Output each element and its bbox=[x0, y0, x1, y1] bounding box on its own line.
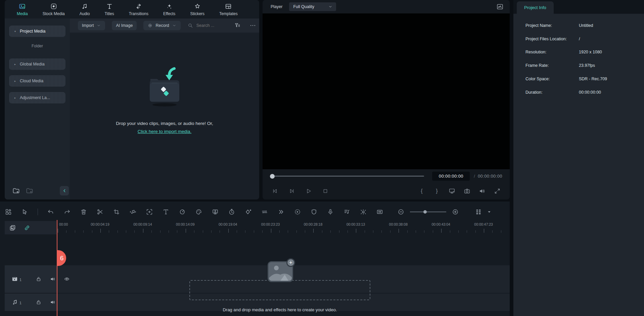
mark-out-icon[interactable]: } bbox=[433, 187, 441, 195]
keyframe-icon[interactable] bbox=[244, 208, 252, 216]
palette-icon[interactable] bbox=[195, 208, 202, 216]
monitor-icon[interactable] bbox=[448, 187, 456, 195]
ruler-label: 00:00:43:04 bbox=[431, 222, 450, 226]
timeline-ruler[interactable]: 00:0000:00:04:1900:00:09:1400:00:14:0900… bbox=[56, 220, 510, 233]
ruler-tick bbox=[416, 230, 416, 233]
sidebar-item-adjustment-la-[interactable]: ▸Adjustment La... bbox=[9, 92, 65, 103]
beat-icon[interactable] bbox=[343, 208, 351, 216]
speaker-icon[interactable] bbox=[50, 299, 56, 305]
collapse-sidebar-button[interactable] bbox=[60, 186, 69, 195]
timeline-zoom-slider[interactable] bbox=[410, 212, 446, 212]
tab-audio[interactable]: Audio bbox=[80, 3, 90, 16]
import-media-link[interactable]: Click here to import media. bbox=[138, 129, 192, 134]
search-input[interactable] bbox=[196, 23, 223, 28]
quality-select[interactable]: Full Quality bbox=[289, 2, 336, 11]
layout-grid-icon[interactable] bbox=[5, 208, 12, 216]
ruler-tick bbox=[194, 230, 194, 233]
shield-icon[interactable] bbox=[310, 208, 318, 216]
lock-open-icon[interactable] bbox=[36, 276, 42, 282]
speaker-icon[interactable] bbox=[478, 187, 486, 195]
ruler-tick bbox=[92, 230, 92, 233]
copy-plus-icon[interactable] bbox=[9, 224, 16, 231]
adjust-icon[interactable] bbox=[261, 208, 268, 216]
undo-icon[interactable] bbox=[47, 208, 54, 216]
sidebar-item-project-media[interactable]: ▾ Project Media bbox=[9, 26, 65, 37]
info-value: 23.97fps bbox=[579, 63, 636, 70]
focus-add-icon[interactable] bbox=[146, 208, 153, 216]
tab-transitions[interactable]: Transitions bbox=[129, 3, 148, 16]
chroma-icon[interactable] bbox=[212, 208, 219, 216]
add-folder-button[interactable] bbox=[12, 187, 20, 195]
sidebar-item-label: Project Media bbox=[20, 29, 45, 34]
zoom-in-icon[interactable] bbox=[452, 208, 459, 216]
delete-icon[interactable] bbox=[80, 208, 87, 216]
split-icon[interactable] bbox=[360, 208, 367, 216]
tab-stickers[interactable]: Stickers bbox=[190, 3, 204, 16]
sidebar-item-global-media[interactable]: ▸Global Media bbox=[9, 58, 65, 70]
tab-stock-media[interactable]: Stock Media bbox=[43, 3, 65, 16]
more-options-button[interactable] bbox=[249, 22, 256, 29]
tab-templates[interactable]: Templates bbox=[219, 3, 238, 16]
timeline-panel: 00:0000:00:04:1900:00:09:1400:00:14:0900… bbox=[0, 201, 510, 316]
zoom-slider-handle[interactable] bbox=[423, 210, 427, 214]
cut-icon[interactable] bbox=[96, 208, 104, 216]
motion-icon[interactable] bbox=[294, 208, 301, 216]
info-value: SDR - Rec.709 bbox=[579, 77, 636, 83]
stop-icon[interactable] bbox=[322, 187, 329, 195]
scrubber[interactable] bbox=[270, 176, 424, 177]
stock-media-icon bbox=[50, 3, 57, 10]
timer-icon[interactable] bbox=[228, 208, 235, 216]
previous-frame-icon[interactable] bbox=[271, 187, 279, 195]
speaker-icon[interactable] bbox=[50, 276, 56, 282]
timeline-dropzone[interactable] bbox=[189, 280, 370, 300]
ruler-label: 00:00:09:14 bbox=[133, 222, 152, 226]
expand-icon[interactable] bbox=[494, 187, 501, 195]
track-manager-button[interactable] bbox=[475, 208, 493, 216]
info-row: Resolution:1920 x 1080 bbox=[525, 50, 636, 56]
next-frame-icon[interactable] bbox=[288, 187, 295, 195]
video-clip-icon[interactable] bbox=[11, 276, 18, 282]
music-note-icon[interactable] bbox=[11, 299, 18, 306]
scrubber-handle[interactable] bbox=[270, 174, 275, 179]
fit-icon[interactable] bbox=[376, 208, 383, 216]
mark-in-icon[interactable]: { bbox=[418, 187, 425, 195]
crop-icon[interactable] bbox=[113, 208, 120, 216]
text-icon[interactable] bbox=[162, 208, 170, 216]
record-button[interactable]: Record bbox=[143, 21, 180, 30]
delete-folder-button[interactable] bbox=[26, 187, 34, 195]
transport-controls: {} bbox=[263, 183, 510, 199]
link-icon[interactable] bbox=[24, 224, 31, 231]
import-button[interactable]: Import bbox=[78, 21, 105, 30]
ruler-label: 00:00:28:18 bbox=[304, 222, 322, 226]
lock-open-icon[interactable] bbox=[36, 299, 42, 305]
add-media-badge[interactable]: + bbox=[286, 258, 295, 267]
video-preview[interactable] bbox=[263, 13, 510, 169]
redo-icon[interactable] bbox=[63, 208, 71, 216]
ruler-tick bbox=[245, 230, 245, 233]
timeline-corner bbox=[5, 221, 56, 234]
project-info-body: Project Name:UntitledProject Files Locat… bbox=[513, 14, 644, 316]
zoom-out-icon[interactable] bbox=[397, 208, 405, 216]
tab-effects[interactable]: Effects bbox=[163, 3, 175, 16]
ai-image-button[interactable]: AI Image bbox=[112, 21, 137, 30]
sidebar-footer bbox=[5, 186, 70, 196]
sidebar-item-cloud-media[interactable]: ▸Cloud Media bbox=[9, 75, 65, 87]
select-icon[interactable] bbox=[21, 208, 29, 216]
media-import-dropzone[interactable]: Drop your video clips, images, or audio … bbox=[70, 65, 259, 134]
play-icon[interactable] bbox=[305, 187, 312, 195]
scopes-button[interactable] bbox=[496, 3, 504, 10]
detach-audio-icon[interactable] bbox=[129, 208, 137, 216]
filter-button[interactable] bbox=[234, 22, 241, 29]
snapshot-icon[interactable] bbox=[463, 187, 471, 195]
speed-icon[interactable] bbox=[179, 208, 186, 216]
tab-media[interactable]: Media bbox=[17, 3, 28, 16]
caret-down: ▾ bbox=[14, 30, 16, 33]
mic-icon[interactable] bbox=[327, 208, 334, 216]
playhead-handle[interactable]: 6 bbox=[57, 250, 66, 266]
tab-project-info[interactable]: Project Info bbox=[517, 1, 554, 14]
audio-track-header: 1 bbox=[5, 294, 56, 311]
tab-titles[interactable]: Titles bbox=[104, 3, 114, 16]
toolbar-divider bbox=[38, 209, 38, 215]
more-chevrons-icon[interactable] bbox=[277, 208, 285, 216]
eye-icon[interactable] bbox=[64, 276, 70, 282]
